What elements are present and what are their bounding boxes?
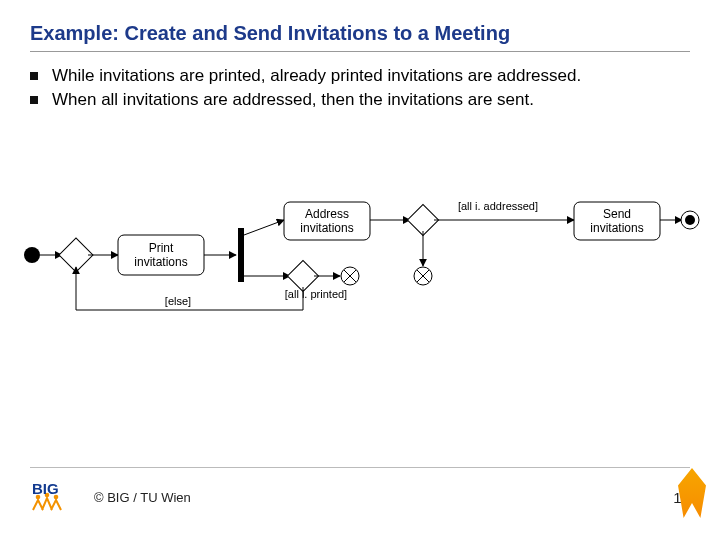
svg-line-3 (244, 220, 284, 235)
initial-node (24, 247, 40, 263)
decision-node-printed (287, 260, 318, 291)
brand-text: BIG (32, 480, 59, 497)
action-send-label2: invitations (590, 221, 643, 235)
svg-point-15 (685, 215, 695, 225)
list-item: When all invitations are addressed, then… (30, 90, 690, 110)
bullet-icon (30, 72, 38, 80)
list-item: While invitations are printed, already p… (30, 66, 690, 86)
action-print-label2: invitations (134, 255, 187, 269)
brand-logo: BIG © BIG / TU Wien (30, 480, 191, 514)
footer-rule (30, 467, 690, 468)
guard-all-printed: [all i. printed] (285, 288, 347, 300)
bullet-text: When all invitations are addressed, then… (52, 90, 534, 110)
action-address-label2: invitations (300, 221, 353, 235)
bullet-icon (30, 96, 38, 104)
decision-node-address (407, 204, 438, 235)
copyright-text: © BIG / TU Wien (94, 490, 191, 505)
action-print-label1: Print (149, 241, 174, 255)
action-send-label1: Send (603, 207, 631, 221)
guard-else: [else] (165, 295, 191, 307)
fork-bar (238, 228, 244, 282)
decision-node (59, 238, 93, 272)
activity-diagram: Print invitations Address invitations [a… (18, 180, 702, 330)
bullet-list: While invitations are printed, already p… (0, 52, 720, 110)
action-address-label1: Address (305, 207, 349, 221)
guard-all-addressed: [all i. addressed] (458, 200, 538, 212)
slide-title: Example: Create and Send Invitations to … (0, 0, 720, 51)
footer: BIG © BIG / TU Wien 16 (30, 480, 690, 514)
bullet-text: While invitations are printed, already p… (52, 66, 581, 86)
